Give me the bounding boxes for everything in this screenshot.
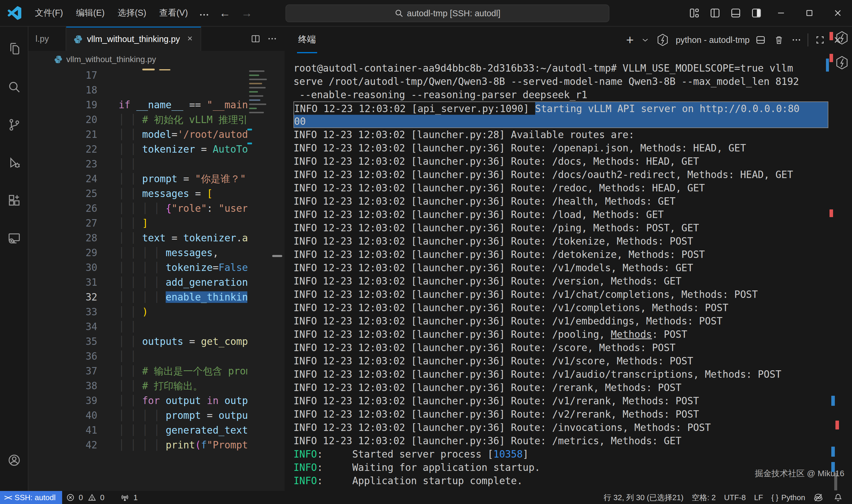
editor-group: l.py vllm_without_thinking.py vllm_witho… xyxy=(29,26,285,491)
tab-label: vllm_without_thinking.py xyxy=(87,34,180,44)
remote-indicator[interactable]: >< SSH: autodl xyxy=(0,491,62,504)
line-number: 21 xyxy=(29,127,97,142)
eol-setting[interactable]: LF xyxy=(750,491,767,504)
search-sidebar-icon[interactable] xyxy=(0,73,29,101)
terminal-overview-ruler xyxy=(826,26,852,491)
warning-squiggle xyxy=(142,69,155,70)
error-icon xyxy=(66,493,75,502)
menu-item-0[interactable]: 文件(F) xyxy=(29,5,70,20)
code-line: 34│ │ xyxy=(29,320,285,334)
tab-l-py[interactable]: l.py xyxy=(29,26,66,51)
line-number: 27 xyxy=(29,216,97,231)
splitter-handle[interactable] xyxy=(272,255,282,257)
run-and-debug-icon[interactable] xyxy=(0,148,29,177)
notifications-bell-icon[interactable] xyxy=(830,491,852,504)
nav-back-icon[interactable]: ← xyxy=(219,7,231,19)
split-editor-icon[interactable] xyxy=(247,31,264,47)
line-number: 24 xyxy=(29,172,97,186)
terminal-line: INFO 12-23 12:03:02 [launcher.py:36] Rou… xyxy=(293,421,828,434)
minimize-button[interactable] xyxy=(767,0,795,26)
title-bar: 文件(F)编辑(E)选择(S)查看(V) ← → autodl-tmp [SSH… xyxy=(0,0,852,26)
terminal-line: INFO 12-23 12:03:02 [launcher.py:36] Rou… xyxy=(293,314,828,328)
terminal-output[interactable]: root@autodl-container-aa9d4bbc8b-2d316b3… xyxy=(293,61,828,491)
code-line: 22│ │ tokenizer = AutoTokeniz xyxy=(29,142,285,157)
problems-indicator[interactable]: 0 0 xyxy=(62,491,109,504)
editor-more-actions-icon[interactable] xyxy=(264,31,280,47)
code-editor[interactable]: 171819if __name__ == "__main__":20│ │ # … xyxy=(29,68,285,491)
line-number: 23 xyxy=(29,157,97,172)
line-number: 38 xyxy=(29,379,97,393)
copilot-disabled-icon[interactable] xyxy=(810,491,830,504)
menu-item-3[interactable]: 查看(V) xyxy=(153,5,194,20)
toggle-panel-icon[interactable] xyxy=(725,0,746,26)
extensions-icon[interactable] xyxy=(0,186,29,215)
code-line: 18 xyxy=(29,83,285,97)
line-number: 22 xyxy=(29,142,97,157)
terminal-line: INFO 12-23 12:03:02 [launcher.py:36] Rou… xyxy=(293,195,828,208)
terminal-line: INFO 12-23 12:03:02 [launcher.py:36] Rou… xyxy=(293,141,828,155)
toggle-primary-sidebar-icon[interactable] xyxy=(705,0,725,26)
braces-icon: { } xyxy=(771,493,778,502)
terminal-line: INFO 12-23 12:03:02 [launcher.py:36] Rou… xyxy=(293,368,828,381)
menu-more-icon[interactable] xyxy=(194,5,214,21)
new-terminal-icon[interactable]: + xyxy=(622,31,638,49)
remote-explorer-icon[interactable] xyxy=(0,224,29,253)
terminal-dropdown-icon[interactable] xyxy=(638,31,653,49)
terminal-line: --enable-reasoning --reasoning-parser de… xyxy=(293,88,828,102)
terminal-line: INFO 12-23 12:03:02 [launcher.py:36] Rou… xyxy=(293,341,828,354)
breadcrumb[interactable]: vllm_without_thinking.py xyxy=(29,51,285,68)
code-line: 41│ │ │ │ generated_text = ou xyxy=(29,423,285,438)
shell-session-icon[interactable] xyxy=(835,31,849,45)
encoding-setting[interactable]: UTF-8 xyxy=(720,491,750,504)
menu-item-1[interactable]: 编辑(E) xyxy=(70,5,111,20)
language-mode[interactable]: { } Python xyxy=(767,491,810,504)
toggle-secondary-sidebar-icon[interactable] xyxy=(746,0,767,26)
tab-close-icon[interactable] xyxy=(186,34,194,44)
ports-indicator[interactable]: 1 xyxy=(116,491,142,504)
terminal-line: root@autodl-container-aa9d4bbc8b-2d316b3… xyxy=(293,61,828,75)
minimap[interactable] xyxy=(247,68,276,491)
cursor-position[interactable]: 行 32, 列 30 (已选择21) xyxy=(599,491,688,504)
kill-terminal-icon[interactable] xyxy=(770,31,788,49)
line-number: 19 xyxy=(29,97,97,112)
terminal-line: INFO 12-23 12:03:02 [launcher.py:36] Rou… xyxy=(293,274,828,288)
split-terminal-icon[interactable] xyxy=(751,31,770,49)
code-line: 38│ │ # 打印输出。 xyxy=(29,379,285,393)
maximize-button[interactable] xyxy=(795,0,823,26)
command-center-search[interactable]: autodl-tmp [SSH: autodl] xyxy=(286,4,610,22)
customize-layout-icon[interactable] xyxy=(684,0,705,26)
watermark-text: 掘金技术社区 @ Miku16 xyxy=(755,468,844,479)
close-button[interactable] xyxy=(823,0,852,26)
explorer-icon[interactable] xyxy=(0,34,29,63)
code-line: 17 xyxy=(29,68,285,83)
terminal-line: serve /root/autodl-tmp/Qwen/Qwen3-8B --s… xyxy=(293,75,828,88)
terminal-line: INFO 12-23 12:03:02 [launcher.py:36] Rou… xyxy=(293,261,828,274)
code-line: 29│ │ │ │ messages, xyxy=(29,246,285,260)
shell-type-icon xyxy=(653,31,673,49)
menu-item-2[interactable]: 选择(S) xyxy=(111,5,153,20)
code-line: 33│ │ ) xyxy=(29,305,285,320)
terminal-line: INFO 12-23 12:03:02 [launcher.py:36] Rou… xyxy=(293,155,828,168)
code-line: 37│ │ # 输出是一个包含 prompt、 xyxy=(29,364,285,379)
account-icon[interactable] xyxy=(0,446,29,474)
python-file-icon xyxy=(73,35,83,44)
tab-terminal[interactable]: 终端 xyxy=(297,26,317,53)
code-line: 42│ │ │ │ print(f"Prompt: {pr xyxy=(29,438,285,452)
menu-bar: 文件(F)编辑(E)选择(S)查看(V) xyxy=(29,7,194,19)
indentation-setting[interactable]: 空格: 2 xyxy=(688,491,720,504)
shell-session-icon[interactable] xyxy=(835,56,849,70)
terminal-line: INFO 12-23 12:03:02 [launcher.py:36] Rou… xyxy=(293,394,828,408)
panel-more-actions-icon[interactable] xyxy=(788,31,805,49)
source-control-icon[interactable] xyxy=(0,111,29,139)
nav-forward-icon[interactable]: → xyxy=(241,7,252,19)
remote-label: SSH: autodl xyxy=(15,493,56,502)
code-line: 20│ │ # 初始化 vLLM 推理引擎 xyxy=(29,112,285,127)
terminal-instance-label[interactable]: python - autodl-tmp xyxy=(676,35,750,45)
tab-vllm-without-thinking[interactable]: vllm_without_thinking.py xyxy=(66,26,201,51)
line-number: 40 xyxy=(29,408,97,423)
code-line: 32│ │ │ │ enable_thinking=Fal xyxy=(29,290,285,305)
warning-squiggle xyxy=(159,69,170,70)
code-line: 28│ │ text = tokenizer.apply_ xyxy=(29,231,285,246)
terminal-line: INFO: Application startup complete. xyxy=(293,474,828,487)
line-number: 35 xyxy=(29,334,97,349)
